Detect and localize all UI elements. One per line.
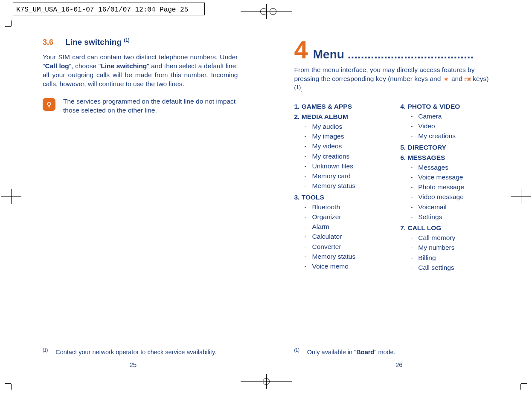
menu-item-list: CameraVideoMy creations (412, 111, 489, 141)
menu-category: 5. DIRECTORY (400, 144, 489, 151)
menu-category: 4. PHOTO & VIDEO (400, 103, 489, 110)
menu-category: 7. CALL LOG (400, 224, 489, 232)
spread: 3.6 Line switching (1) Your SIM card can… (0, 30, 532, 376)
text-run: ", choose " (69, 62, 101, 69)
section-title-sup: (1) (124, 38, 129, 43)
menu-item: My creations (412, 131, 489, 141)
chapter-intro: From the menu interface, you may directl… (294, 66, 490, 94)
menu-item: Memory status (306, 251, 384, 261)
menu-item: Converter (306, 242, 384, 251)
menu-columns: 1. GAMES & APPS2. MEDIA ALBUMMy audiosMy… (294, 100, 490, 272)
print-slug: K7S_UM_USA_16-01-07 16/01/07 12:04 Page … (16, 6, 188, 14)
text-bold: Line switching (101, 62, 147, 69)
chapter-heading: 4 Menu .................................… (294, 38, 490, 62)
page-26: 4 Menu .................................… (266, 30, 532, 376)
page-number: 25 (0, 361, 266, 368)
footnote: (1) Contact your network operator to che… (43, 349, 238, 355)
section-title-text: Line switching (65, 38, 124, 46)
menu-item: My creations (306, 151, 384, 161)
footnote-text: Contact your network operator to check s… (55, 349, 216, 355)
menu-item: Bluetooth (306, 202, 384, 212)
menu-item: Memory card (306, 171, 384, 181)
footnote-mark: (1) (43, 348, 48, 355)
menu-item: Video (412, 121, 489, 131)
menu-item: Video message (412, 192, 489, 202)
registration-mark-bottom (241, 374, 292, 389)
menu-item: Messages (412, 162, 489, 172)
menu-item: Camera (412, 111, 489, 121)
footnote-text: Only available in "Board" mode. (307, 349, 395, 355)
crop-corner (5, 20, 15, 30)
page-number: 26 (266, 361, 532, 368)
menu-item: My videos (306, 141, 384, 151)
menu-item: Settings (412, 212, 489, 222)
section-number: 3.6 (43, 38, 53, 47)
menu-item: Voicemail (412, 202, 489, 212)
page-25: 3.6 Line switching (1) Your SIM card can… (0, 30, 266, 376)
menu-item: Calculator (306, 231, 384, 241)
section-heading: 3.6 Line switching (1) (43, 38, 238, 47)
menu-column-left: 1. GAMES & APPS2. MEDIA ALBUMMy audiosMy… (294, 100, 384, 272)
menu-item: Call settings (412, 263, 489, 272)
menu-item: Organizer (306, 212, 384, 222)
note: The services programmed on the default l… (43, 97, 238, 115)
menu-item: My audios (306, 121, 384, 131)
menu-item: Alarm (306, 222, 384, 231)
menu-item: Memory status (306, 181, 384, 191)
svg-point-0 (47, 102, 51, 106)
menu-category: 1. GAMES & APPS (294, 103, 384, 110)
registration-mark-top (241, 4, 292, 19)
menu-item-list: Call memoryMy numbersBillingCall setting… (412, 233, 489, 272)
menu-item-list: My audiosMy imagesMy videosMy creationsU… (306, 121, 384, 191)
lightbulb-icon (43, 98, 55, 111)
crop-corner (5, 380, 15, 390)
section-title: Line switching (1) (65, 38, 130, 47)
menu-category: 3. TOOLS (294, 194, 384, 201)
note-text: The services programmed on the default l… (63, 97, 238, 115)
menu-item-list: BluetoothOrganizerAlarmCalculatorConvert… (306, 202, 384, 272)
text-bold: Call log (45, 62, 69, 69)
menu-item: My numbers (412, 243, 489, 252)
text-run: and (450, 75, 464, 82)
menu-item: Call memory (412, 233, 489, 243)
footnote-mark: (1) (294, 348, 299, 355)
text-run: . (301, 86, 302, 93)
menu-item: Billing (412, 253, 489, 263)
text-run: " mode. (374, 349, 395, 355)
crop-corner (517, 380, 527, 390)
text-bold: Board (356, 349, 374, 355)
hash-key-icon: #⌘ (464, 77, 471, 82)
menu-column-right: 4. PHOTO & VIDEOCameraVideoMy creations5… (400, 100, 489, 272)
star-key-icon: ✱ (443, 77, 450, 82)
section-body: Your SIM card can contain two distinct t… (43, 53, 238, 89)
text-run: Only available in " (307, 349, 357, 355)
chapter-number: 4 (294, 38, 308, 62)
menu-category: 6. MESSAGES (400, 154, 489, 162)
footnote: (1) Only available in "Board" mode. (294, 349, 490, 355)
menu-item-list: MessagesVoice messagePhoto messageVideo … (412, 162, 489, 222)
menu-category: 2. MEDIA ALBUM (294, 113, 384, 121)
text-run: keys) (471, 75, 488, 82)
chapter-title: Menu ...................................… (313, 48, 474, 61)
intro-sup: (1) (294, 84, 301, 90)
menu-item: My images (306, 131, 384, 141)
menu-item: Voice memo (306, 261, 384, 271)
menu-item: Voice message (412, 172, 489, 182)
menu-item: Photo message (412, 182, 489, 192)
menu-item: Unknown files (306, 161, 384, 171)
